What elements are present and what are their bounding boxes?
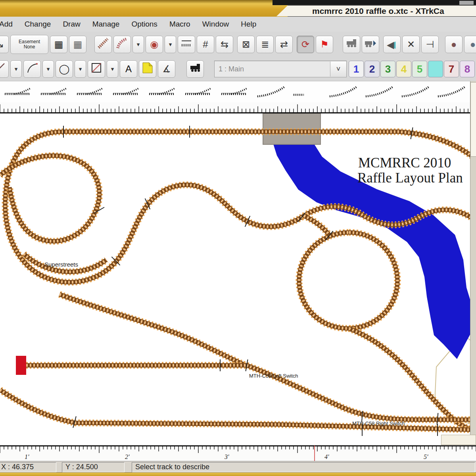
custom-designer-button[interactable]: ⊣ bbox=[421, 36, 439, 53]
track-segment[interactable] bbox=[0, 156, 99, 242]
move-to-layer-icon: ⚑ bbox=[320, 39, 329, 50]
draw-track-straight-button[interactable] bbox=[94, 36, 112, 53]
line-menu-chevron-button[interactable]: ▾ bbox=[10, 60, 22, 78]
layer-button-6[interactable] bbox=[428, 61, 443, 77]
menu-manage[interactable]: Manage bbox=[86, 17, 126, 32]
status-bar: X : 46.375 Y : 24.500 Select track to de… bbox=[0, 461, 476, 473]
circle-menu-chevron-button[interactable]: ▾ bbox=[75, 60, 86, 78]
draw-shape-button[interactable] bbox=[88, 60, 105, 78]
menu-change[interactable]: Change bbox=[19, 17, 57, 32]
move-to-layer-button[interactable]: ⚑ bbox=[316, 36, 333, 53]
ungroup-button[interactable]: ✕ bbox=[402, 36, 420, 53]
draw-curve-button[interactable] bbox=[23, 60, 41, 78]
helix-button[interactable]: ◉ bbox=[146, 36, 163, 53]
elevation-button[interactable]: ⊠ bbox=[237, 36, 255, 53]
layer-button-1[interactable]: 1 bbox=[349, 61, 364, 77]
layer-button-5[interactable]: 5 bbox=[412, 61, 427, 77]
menu-bar: AddChangeDrawManageOptionsMacroWindowHel… bbox=[0, 17, 476, 32]
helix-menu-chevron-button[interactable]: ▾ bbox=[165, 36, 176, 53]
train-icon bbox=[345, 38, 357, 51]
text-tool-icon: A bbox=[125, 63, 132, 75]
describe-pointer-button[interactable]: ↘ bbox=[0, 36, 9, 53]
track-hot-bar[interactable] bbox=[0, 81, 476, 103]
layer-button-3[interactable]: 3 bbox=[380, 61, 395, 77]
draw-grid-button[interactable]: ▦ bbox=[69, 36, 86, 53]
train-stop-icon bbox=[365, 38, 376, 51]
sphere-dark-icon: ● bbox=[451, 39, 457, 50]
update-turnout-icon: ⟳ bbox=[301, 39, 309, 50]
hotbar-item-turnout[interactable] bbox=[77, 88, 102, 94]
layer-button-2[interactable]: 2 bbox=[365, 61, 380, 77]
turntable-icon bbox=[180, 37, 192, 52]
track-bumper[interactable] bbox=[16, 356, 26, 375]
profile-icon: ≣ bbox=[261, 39, 269, 50]
ruler-label: 3' bbox=[224, 453, 229, 460]
menu-draw[interactable]: Draw bbox=[57, 17, 86, 32]
layer-button-4[interactable]: 4 bbox=[396, 61, 411, 77]
hotbar-item-turnout[interactable] bbox=[41, 88, 66, 94]
hotbar-item-curve[interactable] bbox=[402, 87, 429, 96]
profile-button[interactable]: ≣ bbox=[256, 36, 274, 53]
note-button[interactable] bbox=[139, 60, 156, 78]
train-stop-button[interactable] bbox=[362, 36, 379, 53]
go-back-button[interactable]: ◀◀ bbox=[383, 36, 401, 53]
rail-joint-button[interactable]: # bbox=[197, 36, 214, 53]
plan-label: MTH-C58 Left Switch bbox=[249, 373, 298, 379]
curve-menu-chevron-icon: ▾ bbox=[137, 41, 140, 48]
turntable-button[interactable] bbox=[178, 36, 195, 53]
draw-circle-button[interactable]: ◯ bbox=[56, 60, 73, 78]
title-bar[interactable]: mcmrrc 2010 raffle o.xtc - XTrkCa bbox=[0, 0, 476, 17]
hotbar-item-curve[interactable] bbox=[438, 87, 465, 96]
curve2-menu-chevron-button[interactable]: ▾ bbox=[42, 60, 54, 78]
sphere-gray-button[interactable]: ● bbox=[464, 36, 476, 53]
measure-icon: ∡ bbox=[162, 63, 171, 75]
hotbar-item-curve[interactable] bbox=[366, 87, 393, 96]
menu-window[interactable]: Window bbox=[196, 17, 235, 32]
ruler-label: 5' bbox=[424, 453, 428, 460]
curve-menu-chevron-button[interactable]: ▾ bbox=[132, 36, 144, 53]
draw-track-curve-button[interactable] bbox=[113, 36, 131, 53]
update-turnout-button[interactable]: ⟳ bbox=[297, 36, 314, 53]
track-segment[interactable] bbox=[299, 232, 397, 328]
shape-menu-chevron-button[interactable]: ▾ bbox=[107, 60, 118, 78]
hotbar-item-curve[interactable] bbox=[257, 87, 284, 96]
snap-grid-button[interactable]: ▦ bbox=[50, 36, 67, 53]
easement-button-button[interactable]: EasementNone bbox=[10, 35, 48, 54]
helix-menu-chevron-icon: ▾ bbox=[169, 41, 172, 48]
layout-canvas[interactable]: MCMRRC 2010Raffle Layout PlanSuperstreet… bbox=[0, 113, 476, 445]
chevron-down-icon[interactable]: ˅ bbox=[330, 61, 346, 77]
ruler-label: 4' bbox=[324, 453, 329, 460]
layer-button-8[interactable]: 8 bbox=[460, 61, 475, 77]
hotbar-item-turnout[interactable] bbox=[185, 88, 211, 94]
menu-add[interactable]: Add bbox=[0, 17, 19, 32]
flip-button[interactable]: ⇄ bbox=[275, 36, 293, 53]
status-message: Select track to describe bbox=[132, 462, 475, 472]
connect-track-button[interactable]: ⇆ bbox=[216, 36, 233, 53]
hotbar-item-turnout[interactable] bbox=[113, 88, 138, 94]
track-segment[interactable] bbox=[60, 294, 247, 366]
layer-select-combo[interactable]: 1 : Main˅ bbox=[214, 61, 347, 77]
draw-line-button[interactable] bbox=[0, 60, 9, 78]
vertical-scrollbar-thumb[interactable] bbox=[470, 82, 476, 157]
menu-macro[interactable]: Macro bbox=[163, 17, 196, 32]
train-button[interactable] bbox=[343, 36, 360, 53]
menu-help[interactable]: Help bbox=[235, 17, 262, 32]
layer-button-7[interactable]: 7 bbox=[444, 61, 459, 77]
hotbar-item-turnout[interactable] bbox=[5, 88, 30, 94]
hotbar-item-curve[interactable] bbox=[330, 87, 357, 96]
draw-circle-icon: ◯ bbox=[59, 63, 70, 75]
rail-joint-mark bbox=[437, 413, 438, 425]
window-bottom-border bbox=[0, 472, 476, 476]
hotbar-item-turnout[interactable] bbox=[221, 88, 247, 94]
measure-button[interactable]: ∡ bbox=[158, 60, 175, 78]
vertical-scrollbar[interactable] bbox=[470, 81, 476, 445]
elevation-icon: ⊠ bbox=[242, 39, 250, 50]
track-segment[interactable] bbox=[304, 216, 329, 235]
connect-track-icon: ⇆ bbox=[221, 39, 228, 50]
hotbar-item-turnout[interactable] bbox=[149, 88, 175, 94]
run-trains-icon bbox=[189, 63, 201, 75]
text-tool-button[interactable]: A bbox=[120, 60, 137, 78]
sphere-dark-button[interactable]: ● bbox=[445, 36, 463, 53]
run-trains-button[interactable] bbox=[186, 60, 204, 78]
menu-options[interactable]: Options bbox=[125, 17, 163, 32]
